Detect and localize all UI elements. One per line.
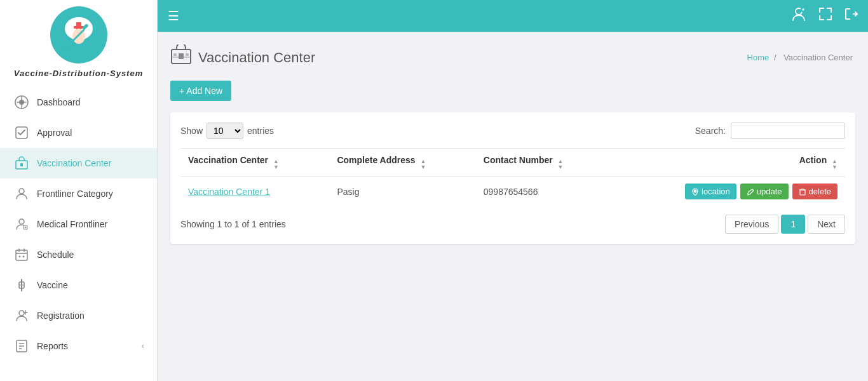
sidebar-item-schedule[interactable]: Schedule <box>0 239 157 270</box>
page-title-icon <box>170 44 192 70</box>
cell-complete-address: Pasig <box>329 177 475 206</box>
breadcrumb-separator: / <box>774 53 776 62</box>
next-button[interactable]: Next <box>808 215 845 234</box>
svg-point-16 <box>19 189 24 194</box>
sidebar-item-reports[interactable]: Reports ‹ <box>0 331 157 361</box>
previous-button[interactable]: Previous <box>725 215 778 234</box>
vaccination-center-link[interactable]: Vaccination Center 1 <box>188 187 270 197</box>
table-controls: Show 10 25 50 100 entries Search: <box>180 123 845 139</box>
svg-point-47 <box>694 189 697 192</box>
svg-rect-15 <box>20 163 23 166</box>
hamburger-button[interactable]: ☰ <box>168 8 179 23</box>
delete-label: delete <box>809 187 831 196</box>
svg-rect-43 <box>179 53 184 59</box>
schedule-icon <box>13 246 31 264</box>
show-entries-area: Show 10 25 50 100 entries <box>180 123 274 139</box>
vaccination-center-icon <box>13 154 31 172</box>
data-table: Vaccination Center ▲▼ Complete Address ▲… <box>180 148 845 206</box>
show-label: Show <box>180 126 203 136</box>
frontliner-category-icon <box>13 185 31 203</box>
location-label: location <box>702 187 730 196</box>
svg-rect-21 <box>16 250 27 260</box>
entries-select[interactable]: 10 25 50 100 <box>207 123 243 139</box>
svg-point-17 <box>19 219 24 224</box>
cell-action: location update delete <box>609 177 845 206</box>
svg-point-5 <box>65 44 69 48</box>
sort-icon-vaccination-center: ▲▼ <box>273 159 279 170</box>
cell-contact-number: 09987654566 <box>476 177 609 206</box>
action-buttons: location update delete <box>617 184 837 199</box>
sort-icon-contact-number: ▲▼ <box>558 159 564 170</box>
breadcrumb-home[interactable]: Home <box>747 53 770 62</box>
sidebar-label-frontliner-category: Frontliner Category <box>37 189 144 199</box>
topbar: ☰ <box>158 0 868 32</box>
table-card: Show 10 25 50 100 entries Search: <box>170 112 855 244</box>
location-button[interactable]: location <box>685 184 736 199</box>
registration-icon <box>13 307 31 324</box>
dashboard-icon <box>13 93 31 111</box>
search-area: Search: <box>695 123 845 139</box>
svg-rect-2 <box>74 26 84 29</box>
fullscreen-icon[interactable] <box>818 7 832 25</box>
breadcrumb: Home / Vaccination Center <box>747 53 855 62</box>
svg-point-30 <box>19 311 24 316</box>
sort-icon-complete-address: ▲▼ <box>420 159 426 170</box>
sidebar-label-registration: Registration <box>37 311 144 321</box>
table-header-row: Vaccination Center ▲▼ Complete Address ▲… <box>180 149 845 177</box>
col-vaccination-center[interactable]: Vaccination Center ▲▼ <box>180 149 329 177</box>
sidebar-label-schedule: Schedule <box>37 250 144 260</box>
medical-frontliner-icon <box>13 215 31 233</box>
svg-point-25 <box>19 256 21 258</box>
cell-vaccination-center: Vaccination Center 1 <box>180 177 329 206</box>
svg-point-8 <box>19 100 24 105</box>
logout-icon[interactable] <box>844 7 858 25</box>
col-action[interactable]: Action ▲▼ <box>609 149 845 177</box>
sidebar-label-vaccination-center: Vaccination Center <box>37 158 144 168</box>
table-footer: Showing 1 to 1 of 1 entries Previous 1 N… <box>180 215 845 234</box>
sidebar-label-approval: Approval <box>37 128 144 138</box>
reports-icon <box>13 337 31 355</box>
page-1-button[interactable]: 1 <box>781 215 805 234</box>
table-row: Vaccination Center 1 Pasig 09987654566 l… <box>180 177 845 206</box>
update-button[interactable]: update <box>740 184 789 199</box>
pagination: Previous 1 Next <box>725 215 845 234</box>
sidebar-item-vaccine[interactable]: Vaccine <box>0 270 157 300</box>
sidebar: Vaccine-Distribution-System Dashboard <box>0 0 158 381</box>
vaccine-icon <box>13 276 31 294</box>
search-label: Search: <box>695 126 726 136</box>
sidebar-item-medical-frontliner[interactable]: Medical Frontliner <box>0 209 157 239</box>
sort-icon-action: ▲▼ <box>832 159 837 170</box>
approval-icon <box>13 124 31 142</box>
sidebar-label-reports: Reports <box>37 341 142 351</box>
sidebar-item-vaccination-center[interactable]: Vaccination Center <box>0 148 157 178</box>
sidebar-label-dashboard: Dashboard <box>37 97 144 107</box>
svg-rect-44 <box>173 53 177 56</box>
showing-info: Showing 1 to 1 of 1 entries <box>180 219 286 229</box>
app-logo <box>50 6 107 64</box>
reports-chevron-icon: ‹ <box>142 342 144 351</box>
sidebar-label-medical-frontliner: Medical Frontliner <box>37 219 144 229</box>
update-label: update <box>757 187 782 196</box>
user-settings-icon[interactable] <box>790 6 807 26</box>
svg-rect-45 <box>186 53 189 56</box>
sidebar-item-dashboard[interactable]: Dashboard <box>0 87 157 117</box>
content-area: Vaccination Center Home / Vaccination Ce… <box>158 32 868 381</box>
sidebar-item-approval[interactable]: Approval <box>0 117 157 148</box>
nav-list: Dashboard Approval Vaccination Center <box>0 87 157 361</box>
main-area: ☰ <box>158 0 868 381</box>
sidebar-item-frontliner-category[interactable]: Frontliner Category <box>0 178 157 209</box>
col-complete-address[interactable]: Complete Address ▲▼ <box>329 149 475 177</box>
page-title-area: Vaccination Center <box>170 44 315 70</box>
svg-rect-48 <box>800 190 805 195</box>
col-contact-number[interactable]: Contact Number ▲▼ <box>476 149 609 177</box>
sidebar-label-vaccine: Vaccine <box>37 280 144 290</box>
app-title: Vaccine-Distribution-System <box>14 69 144 78</box>
delete-button[interactable]: delete <box>792 184 837 199</box>
search-input[interactable] <box>731 123 845 139</box>
page-title: Vaccination Center <box>198 50 315 66</box>
add-new-button[interactable]: + Add New <box>170 81 231 101</box>
sidebar-item-registration[interactable]: Registration <box>0 300 157 331</box>
page-header: Vaccination Center Home / Vaccination Ce… <box>170 44 855 70</box>
entries-label: entries <box>247 126 274 136</box>
breadcrumb-current: Vaccination Center <box>783 53 853 62</box>
